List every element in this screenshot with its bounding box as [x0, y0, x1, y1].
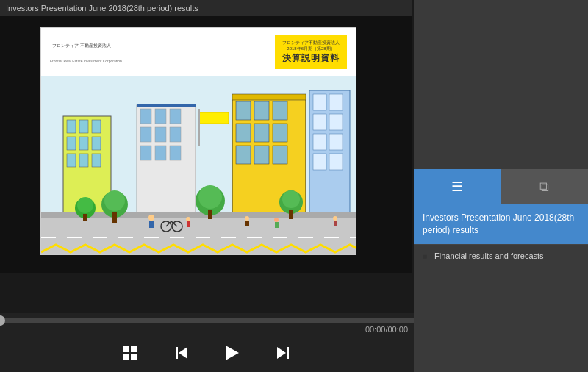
svg-rect-31: [92, 137, 101, 150]
playlist-item-title: Investors Presentation June 2018(28th pe…: [423, 212, 579, 237]
notes-tab[interactable]: ⧉: [501, 169, 589, 204]
controls-row: [0, 335, 414, 371]
svg-point-58: [148, 215, 154, 221]
svg-rect-43: [329, 154, 343, 170]
svg-rect-37: [329, 94, 343, 110]
svg-rect-29: [67, 137, 76, 150]
list-item[interactable]: ■ Financial results and forecasts: [414, 245, 588, 268]
svg-rect-12: [273, 146, 287, 164]
svg-rect-68: [199, 112, 229, 124]
svg-rect-44: [41, 215, 356, 255]
svg-rect-5: [254, 101, 269, 120]
svg-point-60: [186, 217, 190, 221]
skip-back-button[interactable]: [170, 341, 193, 365]
svg-rect-57: [83, 214, 87, 221]
svg-rect-15: [140, 109, 151, 124]
slide-logo-area: フロンティア 不動産投資法人 Frontier Real Estate Inve…: [50, 35, 122, 63]
svg-rect-103: [287, 347, 289, 359]
tab-bar: ☰ ⧉: [414, 169, 588, 204]
logo-text: フロンティア 不動産投資法人: [52, 43, 111, 49]
svg-rect-23: [170, 146, 181, 160]
notes-icon: ⧉: [539, 179, 549, 195]
svg-point-50: [198, 185, 222, 209]
total-time: 00:00: [387, 325, 408, 334]
progress-bar[interactable]: [0, 318, 414, 323]
window-title: Investors Presentation June 2018(28th pe…: [6, 4, 198, 12]
svg-rect-41: [329, 134, 343, 150]
grid-button[interactable]: [120, 343, 140, 363]
list-item[interactable]: Investors Presentation June 2018(28th pe…: [414, 204, 588, 245]
skip-forward-button[interactable]: [271, 341, 295, 365]
title-bar: Investors Presentation June 2018(28th pe…: [0, 0, 412, 16]
svg-point-53: [282, 190, 300, 208]
svg-rect-63: [245, 221, 249, 226]
svg-rect-24: [137, 104, 196, 107]
logo-subtext: Frontier Real Estate Investment Corporat…: [50, 59, 122, 63]
svg-rect-32: [67, 154, 76, 167]
svg-rect-4: [236, 101, 251, 120]
time-display: 00:00/00:00: [0, 323, 414, 335]
grid-icon: [123, 346, 137, 360]
svg-rect-10: [236, 146, 251, 164]
svg-rect-27: [79, 120, 88, 133]
slide-title-box: フロンティア不動産投資法人 2018年6月期（第28期） 決算説明資料: [275, 35, 347, 69]
slide-title-main: 決算説明資料: [282, 52, 340, 65]
svg-rect-6: [273, 101, 287, 120]
svg-rect-74: [334, 221, 337, 226]
slide-header: フロンティア 不動産投資法人 Frontier Real Estate Inve…: [41, 28, 356, 74]
play-icon: [226, 346, 239, 360]
svg-rect-8: [254, 124, 269, 142]
svg-rect-22: [155, 146, 166, 160]
svg-rect-39: [329, 114, 343, 130]
svg-rect-21: [140, 146, 151, 160]
svg-marker-102: [179, 347, 187, 359]
current-time: 00:00: [365, 325, 386, 334]
svg-rect-33: [79, 154, 88, 167]
svg-rect-54: [289, 210, 293, 219]
svg-rect-69: [198, 109, 200, 146]
svg-rect-40: [313, 134, 326, 150]
svg-marker-104: [277, 347, 286, 359]
play-button[interactable]: [223, 343, 242, 363]
list-icon: ☰: [451, 179, 463, 195]
svg-rect-28: [92, 120, 101, 133]
svg-rect-17: [170, 109, 181, 124]
svg-rect-34: [92, 154, 101, 167]
svg-rect-36: [313, 94, 326, 110]
svg-point-71: [274, 218, 279, 222]
svg-rect-61: [187, 221, 190, 227]
slide-container: フロンティア 不動産投資法人 Frontier Real Estate Inve…: [40, 27, 356, 255]
slide-title-line1: フロンティア不動産投資法人: [282, 40, 340, 46]
playlist-area[interactable]: Investors Presentation June 2018(28th pe…: [414, 204, 588, 372]
skip-forward-icon: [274, 344, 292, 362]
bottom-controls-bar: 00:00/00:00: [0, 313, 414, 372]
svg-rect-51: [208, 210, 212, 219]
svg-rect-20: [170, 127, 181, 142]
svg-rect-59: [149, 221, 154, 228]
svg-rect-72: [275, 222, 279, 228]
svg-rect-7: [236, 124, 251, 142]
playlist-tab[interactable]: ☰: [414, 169, 501, 204]
svg-point-56: [77, 197, 93, 213]
svg-rect-13: [232, 94, 306, 100]
svg-rect-42: [313, 154, 326, 170]
svg-rect-19: [155, 127, 166, 142]
svg-point-47: [104, 190, 125, 211]
playlist-sub-item-title: Financial results and forecasts: [434, 251, 544, 262]
city-illustration: [41, 76, 356, 255]
svg-rect-101: [176, 347, 178, 359]
svg-point-73: [333, 216, 337, 221]
right-sidebar: ☰ ⧉ Investors Presentation June 2018(28t…: [414, 0, 588, 372]
svg-rect-16: [155, 109, 166, 124]
svg-rect-38: [313, 114, 326, 130]
svg-rect-9: [273, 124, 287, 142]
svg-rect-48: [112, 212, 117, 223]
svg-rect-18: [140, 127, 151, 142]
main-video: フロンティア 不動産投資法人 Frontier Real Estate Inve…: [0, 16, 412, 273]
svg-rect-11: [254, 146, 269, 164]
skip-back-icon: [173, 344, 190, 362]
logo-graphic: フロンティア 不動産投資法人: [50, 35, 109, 57]
svg-point-62: [245, 216, 249, 221]
bullet-icon: ■: [423, 252, 430, 260]
slide-title-line2: 2018年6月期（第28期）: [282, 46, 340, 51]
